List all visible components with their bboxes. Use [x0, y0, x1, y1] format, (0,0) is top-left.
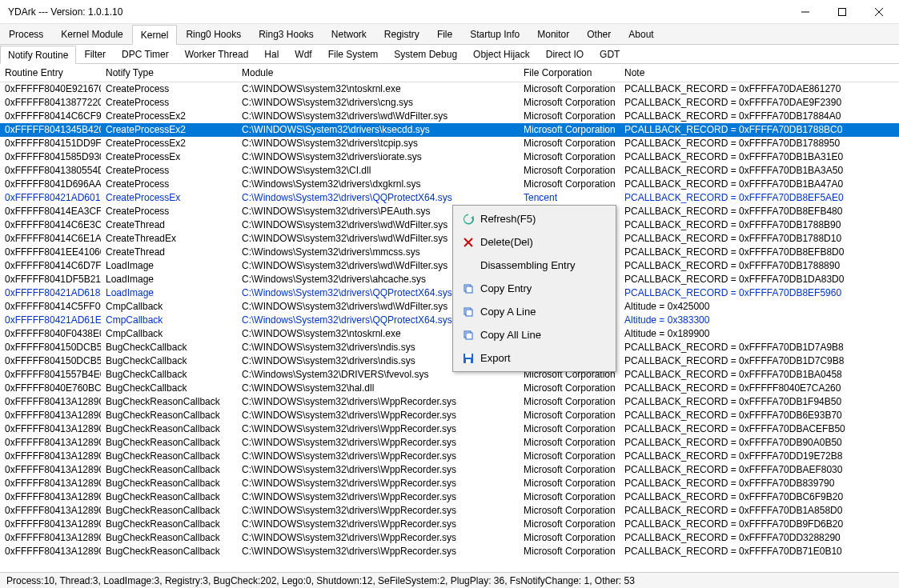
cell: PCALLBACK_RECORD = 0xFFFFA70DB1788D10 — [620, 232, 899, 246]
menu-ring3-hooks[interactable]: Ring3 Hooks — [250, 24, 323, 44]
table-row[interactable]: 0xFFFFF8040F0438E0CmpCallbackC:\WINDOWS\… — [0, 327, 899, 341]
tab-file-system[interactable]: File System — [320, 45, 387, 63]
cell: PCALLBACK_RECORD = 0xFFFFA70DBAEF8030 — [620, 463, 899, 477]
table-row[interactable]: 0xFFFFF80413A12890BugCheckReasonCallback… — [0, 518, 899, 531]
cell: Tencent — [519, 191, 620, 205]
tab-wdf[interactable]: Wdf — [287, 45, 319, 63]
menu-process[interactable]: Process — [0, 24, 52, 44]
table-row[interactable]: 0xFFFFF80421AD618CLoadImageC:\Windows\Sy… — [0, 286, 899, 300]
tab-dpc-timer[interactable]: DPC Timer — [114, 45, 177, 63]
table-row[interactable]: 0xFFFFF80413A12890BugCheckReasonCallback… — [0, 395, 899, 409]
cell: 0xFFFFF80413A12890 — [0, 518, 101, 531]
menu-ring0-hooks[interactable]: Ring0 Hooks — [177, 24, 250, 44]
column-header[interactable]: File Corporation — [519, 64, 620, 82]
table-scroll[interactable]: Routine EntryNotify TypeModuleFile Corpo… — [0, 64, 899, 572]
svg-rect-11 — [466, 333, 472, 339]
table-row[interactable]: 0xFFFFF80421AD61ECCmpCallbackC:\Windows\… — [0, 314, 899, 327]
context-menu-item[interactable]: Copy Entry — [455, 277, 614, 300]
menu-about[interactable]: About — [620, 24, 662, 44]
column-header[interactable]: Module — [237, 64, 519, 82]
tab-object-hijack[interactable]: Object Hijack — [465, 45, 538, 63]
table-row[interactable]: 0xFFFFF8041345B420CreateProcessEx2C:\WIN… — [0, 123, 899, 137]
cell: PCALLBACK_RECORD = 0xFFFFA70DB8EF5AE0 — [620, 191, 899, 205]
tab-notify-routine[interactable]: Notify Routine — [0, 46, 76, 64]
table-row[interactable]: 0xFFFFF8041DF5B210LoadImageC:\Windows\Sy… — [0, 273, 899, 286]
table-row[interactable]: 0xFFFFF804151DD9F0CreateProcessEx2C:\WIN… — [0, 137, 899, 150]
cell: PCALLBACK_RECORD = 0xFFFFA70DB1BA47A0 — [620, 178, 899, 191]
column-header[interactable]: Note — [620, 64, 899, 82]
tab-system-debug[interactable]: System Debug — [386, 45, 465, 63]
table-row[interactable]: 0xFFFFF80413A12890BugCheckReasonCallback… — [0, 545, 899, 558]
table-row[interactable]: 0xFFFFF80413A12890BugCheckReasonCallback… — [0, 422, 899, 436]
table-row[interactable]: 0xFFFFF8041557B4E0BugCheckCallbackC:\Win… — [0, 368, 899, 382]
table-row[interactable]: 0xFFFFF80413877220CreateProcessC:\WINDOW… — [0, 96, 899, 110]
context-menu-item[interactable]: Copy All Line — [455, 323, 614, 346]
cell: CreateProcess — [101, 205, 237, 218]
save-icon — [460, 353, 477, 364]
menu-kernel[interactable]: Kernel — [132, 25, 178, 45]
table-row[interactable]: 0xFFFFF80414C6E1A0CreateThreadExC:\WINDO… — [0, 232, 899, 246]
table-row[interactable]: 0xFFFFF804150DCB50BugCheckCallbackC:\WIN… — [0, 354, 899, 368]
cell: Microsoft Corporation — [519, 395, 620, 409]
cell: CreateProcess — [101, 96, 237, 110]
tab-worker-thread[interactable]: Worker Thread — [177, 45, 257, 63]
tab-filter[interactable]: Filter — [76, 45, 114, 63]
table-row[interactable]: 0xFFFFF80414C5FF00CmpCallbackC:\WINDOWS\… — [0, 300, 899, 314]
table-row[interactable]: 0xFFFFF8041380554D0CreateProcessC:\WINDO… — [0, 164, 899, 178]
cell: Microsoft Corporation — [519, 450, 620, 463]
cell: 0xFFFFF8041585D930 — [0, 150, 101, 164]
cell: PCALLBACK_RECORD = 0xFFFFA70DB1BA0458 — [620, 368, 899, 382]
cell: PCALLBACK_RECORD = 0xFFFFA70DB90A0B50 — [620, 436, 899, 450]
cell: CreateProcess — [101, 178, 237, 191]
table-row[interactable]: 0xFFFFF80413A12890BugCheckReasonCallback… — [0, 450, 899, 463]
table-row[interactable]: 0xFFFFF80413A12890BugCheckReasonCallback… — [0, 477, 899, 490]
maximize-button[interactable] — [824, 0, 861, 24]
table-row[interactable]: 0xFFFFF8041EE41060CreateThreadC:\Windows… — [0, 246, 899, 259]
menu-file[interactable]: File — [428, 24, 461, 44]
table-row[interactable]: 0xFFFFF8041D696AA0CreateProcessC:\Window… — [0, 178, 899, 191]
table-row[interactable]: 0xFFFFF80414C6E3C0CreateThreadC:\WINDOWS… — [0, 218, 899, 232]
cell: 0xFFFFF80413A12890 — [0, 422, 101, 436]
menu-monitor[interactable]: Monitor — [528, 24, 578, 44]
table-row[interactable]: 0xFFFFF80413A12890BugCheckReasonCallback… — [0, 504, 899, 518]
menu-kernel-module[interactable]: Kernel Module — [52, 24, 131, 44]
tab-hal[interactable]: Hal — [256, 45, 287, 63]
minimize-button[interactable] — [787, 0, 824, 24]
table-row[interactable]: 0xFFFFF80413A12890BugCheckReasonCallback… — [0, 463, 899, 477]
cell: C:\WINDOWS\system32\drivers\WppRecorder.… — [237, 531, 519, 545]
table-row[interactable]: 0xFFFFF80414EA3CF0CreateProcessC:\WINDOW… — [0, 205, 899, 218]
table-row[interactable]: 0xFFFFF8041585D930CreateProcessExC:\WIND… — [0, 150, 899, 164]
context-menu-item[interactable]: Delete(Del) — [455, 230, 614, 254]
context-menu-item[interactable]: Refresh(F5) — [455, 207, 614, 230]
menu-startup-info[interactable]: Startup Info — [461, 24, 528, 44]
cell: 0xFFFFF8040F0438E0 — [0, 327, 101, 341]
context-menu-item[interactable]: Disassembling Entry — [455, 254, 614, 277]
table-row[interactable]: 0xFFFFF8040E921670CreateProcessC:\WINDOW… — [0, 82, 899, 96]
column-header[interactable]: Routine Entry — [0, 64, 101, 82]
menu-other[interactable]: Other — [578, 24, 620, 44]
table-row[interactable]: 0xFFFFF80414C6CF90CreateProcessEx2C:\WIN… — [0, 110, 899, 123]
table-row[interactable]: 0xFFFFF804150DCB50BugCheckCallbackC:\WIN… — [0, 341, 899, 354]
cell: BugCheckReasonCallback — [101, 422, 237, 436]
menu-network[interactable]: Network — [323, 24, 375, 44]
table-row[interactable]: 0xFFFFF80413A12890BugCheckReasonCallback… — [0, 490, 899, 504]
cell: 0xFFFFF8041D696AA0 — [0, 178, 101, 191]
table-row[interactable]: 0xFFFFF80413A12890BugCheckReasonCallback… — [0, 409, 899, 422]
table-row[interactable]: 0xFFFFF80413A12890BugCheckReasonCallback… — [0, 531, 899, 545]
close-button[interactable] — [861, 0, 897, 24]
table-row[interactable]: 0xFFFFF80414C6D7F0LoadImageC:\WINDOWS\sy… — [0, 259, 899, 273]
tab-direct-io[interactable]: Direct IO — [538, 45, 592, 63]
cell: 0xFFFFF80421AD61EC — [0, 314, 101, 327]
cell: C:\WINDOWS\system32\CI.dll — [237, 164, 519, 178]
table-row[interactable]: 0xFFFFF8040E760BC0BugCheckCallbackC:\WIN… — [0, 382, 899, 395]
table-row[interactable]: 0xFFFFF80413A12890BugCheckReasonCallback… — [0, 436, 899, 450]
context-menu-item[interactable]: Export — [455, 346, 614, 370]
tab-gdt[interactable]: GDT — [592, 45, 628, 63]
context-menu-item[interactable]: Copy A Line — [455, 300, 614, 323]
table-row[interactable]: 0xFFFFF80421AD601CCreateProcessExC:\Wind… — [0, 191, 899, 205]
cell: C:\WINDOWS\system32\drivers\WppRecorder.… — [237, 409, 519, 422]
cell: CreateThread — [101, 218, 237, 232]
menu-registry[interactable]: Registry — [375, 24, 428, 44]
column-header[interactable]: Notify Type — [101, 64, 237, 82]
cell: C:\WINDOWS\system32\drivers\WppRecorder.… — [237, 422, 519, 436]
